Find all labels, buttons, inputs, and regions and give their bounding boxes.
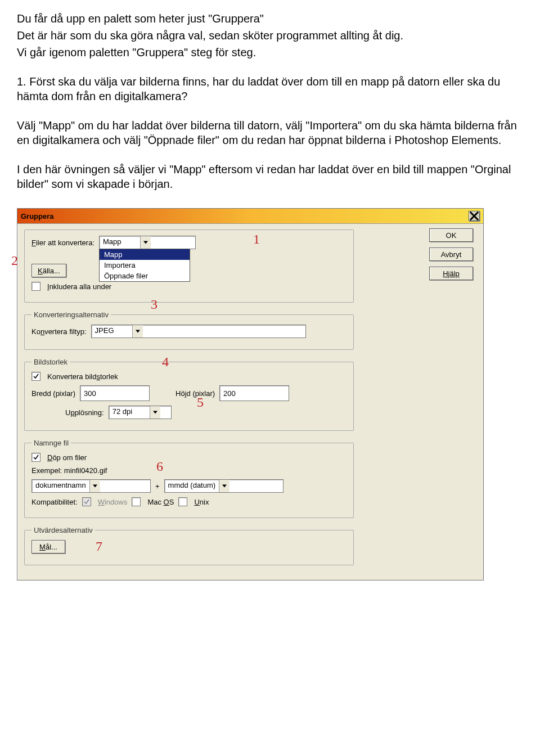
svg-marker-2 bbox=[143, 241, 148, 244]
doc-p1b: Det är här som du ska göra några val, se… bbox=[17, 28, 523, 43]
chevron-down-icon[interactable] bbox=[140, 236, 151, 249]
files-combo[interactable]: Mapp Mapp Importera Öppnade filer bbox=[99, 236, 196, 249]
doc-p3: Välj "Mapp" om du har laddat över bilder… bbox=[17, 118, 523, 147]
svg-marker-4 bbox=[153, 411, 158, 414]
name-part2-combo[interactable]: mmdd (datum) bbox=[164, 479, 284, 493]
name-part1-value: dokumentnamn bbox=[32, 480, 89, 492]
plus-label: + bbox=[155, 482, 160, 490]
files-option-mapp[interactable]: Mapp bbox=[100, 249, 190, 260]
size-legend: Bildstorlek bbox=[32, 358, 70, 366]
ok-button[interactable]: OK bbox=[429, 228, 473, 242]
compat-windows-label: Windows bbox=[98, 498, 128, 506]
naming-legend: Namnge fil bbox=[32, 439, 71, 447]
compat-unix-checkbox[interactable] bbox=[178, 497, 187, 506]
name-part1-combo[interactable]: dokumentnamn bbox=[32, 479, 151, 493]
files-combo-value: Mapp bbox=[100, 236, 140, 249]
titlebar: Gruppera bbox=[17, 209, 483, 224]
help-label: Hjälp bbox=[443, 269, 460, 278]
doc-p2: 1. Först ska du välja var bilderna finns… bbox=[17, 74, 523, 104]
convert-size-label: Konvertera bildstorlek bbox=[47, 372, 118, 381]
files-dropdown: Mapp Importera Öppnade filer bbox=[99, 249, 190, 282]
include-subfolders-label: Inkludera alla under bbox=[47, 282, 111, 291]
height-label: Höjd (pixlar) bbox=[176, 389, 215, 398]
resolution-combo[interactable]: 72 dpi bbox=[109, 406, 172, 419]
output-legend: Utvärdesalternativ bbox=[32, 526, 95, 534]
group-size: Bildstorlek Konvertera bildstorlek Bredd… bbox=[24, 358, 354, 431]
compat-mac-label: Mac OS bbox=[147, 498, 174, 506]
resolution-label: Upplösning: bbox=[65, 408, 104, 417]
svg-marker-5 bbox=[93, 485, 97, 488]
svg-marker-3 bbox=[136, 330, 140, 333]
compat-unix-label: Unix bbox=[194, 498, 209, 506]
group-output: Utvärdesalternativ Mål... bbox=[24, 526, 354, 565]
files-label: Filer att konvertera: bbox=[32, 238, 94, 247]
chevron-down-icon[interactable] bbox=[132, 325, 143, 338]
files-option-importera[interactable]: Importera bbox=[100, 260, 190, 271]
width-label: Bredd (pixlar) bbox=[32, 389, 75, 398]
svg-marker-6 bbox=[222, 485, 227, 488]
cancel-button[interactable]: Avbryt bbox=[429, 248, 473, 261]
source-button[interactable]: Källa... bbox=[32, 264, 66, 277]
doc-p1c: Vi går igenom paletten "Gruppera" steg f… bbox=[17, 45, 523, 60]
convert-size-checkbox[interactable] bbox=[32, 372, 40, 381]
doc-p1a: Du får då upp en palett som heter just "… bbox=[17, 11, 523, 26]
compat-mac-checkbox[interactable] bbox=[132, 497, 141, 506]
height-input[interactable] bbox=[219, 385, 289, 401]
chevron-down-icon[interactable] bbox=[150, 406, 160, 418]
resolution-value: 72 dpi bbox=[109, 406, 150, 418]
group-naming: Namnge fil Döp om filer Exempel: minfil0… bbox=[24, 439, 354, 518]
files-option-oppnade[interactable]: Öppnade filer bbox=[100, 271, 190, 281]
filetype-value: JPEG bbox=[92, 325, 132, 338]
rename-label: Döp om filer bbox=[47, 453, 87, 462]
doc-p4: I den här övningen så väljer vi "Mapp" e… bbox=[17, 162, 523, 191]
close-button[interactable] bbox=[469, 211, 480, 221]
destination-button[interactable]: Mål... bbox=[32, 540, 65, 554]
help-button[interactable]: Hjälp bbox=[429, 267, 473, 280]
naming-example: Exempel: minfil0420.gif bbox=[32, 466, 107, 475]
chevron-down-icon[interactable] bbox=[219, 480, 230, 492]
document-body: Du får då upp en palett som heter just "… bbox=[17, 11, 523, 191]
dialog-title: Gruppera bbox=[21, 212, 54, 220]
include-subfolders-checkbox[interactable] bbox=[32, 282, 40, 291]
group-files: Filer att konvertera: Mapp Mapp Importer… bbox=[24, 230, 354, 303]
name-part2-value: mmdd (datum) bbox=[165, 480, 219, 492]
dialog-gruppera: Gruppera OK Avbryt Hjälp Filer att konve… bbox=[17, 208, 484, 580]
compat-windows-checkbox bbox=[82, 497, 91, 506]
filetype-combo[interactable]: JPEG bbox=[91, 325, 306, 338]
convert-legend: Konverteringsalternativ bbox=[32, 310, 111, 319]
group-convert: Konverteringsalternativ Konvertera filty… bbox=[24, 310, 354, 350]
filetype-label: Konvertera filtyp: bbox=[32, 327, 87, 336]
compat-label: Kompatibilitet: bbox=[32, 498, 78, 506]
width-input[interactable] bbox=[80, 385, 150, 401]
chevron-down-icon[interactable] bbox=[89, 480, 100, 492]
rename-checkbox[interactable] bbox=[32, 453, 40, 462]
